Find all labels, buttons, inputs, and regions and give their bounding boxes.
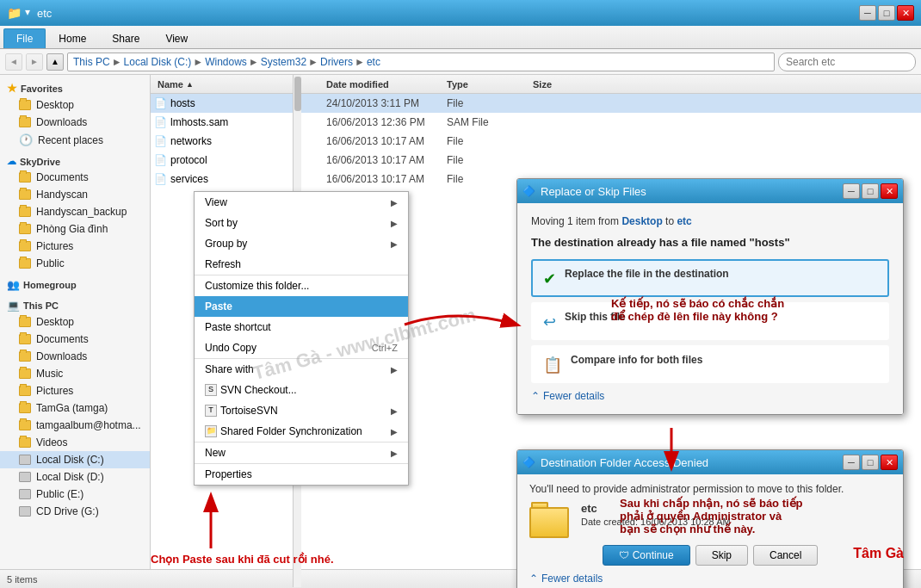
table-row[interactable]: 📄 networks 16/06/2013 10:17 AM File: [151, 132, 921, 151]
sidebar-item-recent[interactable]: 🕐 Recent places: [0, 131, 150, 149]
ctx-item-refresh[interactable]: Refresh: [195, 254, 408, 275]
close-button[interactable]: ✕: [897, 5, 914, 21]
path-system32[interactable]: System32: [261, 56, 306, 68]
cancel-button[interactable]: Cancel: [753, 545, 818, 566]
continue-button[interactable]: 🛡 Continue: [603, 545, 690, 566]
path-etc[interactable]: etc: [367, 56, 380, 68]
fewer-details-replace[interactable]: ⌃ Fewer details: [531, 390, 889, 402]
scrollbar-thumb[interactable]: [294, 77, 301, 111]
sidebar-item-phonggiadinh[interactable]: Phòng Gia đình: [0, 220, 150, 238]
tab-file[interactable]: File: [3, 28, 46, 48]
tab-share[interactable]: Share: [99, 28, 152, 48]
sidebar-item-tamga[interactable]: TamGa (tamga): [0, 399, 150, 417]
replace-minimize-button[interactable]: ─: [843, 183, 860, 199]
chevron-up-icon: ⌃: [529, 573, 538, 585]
sidebar-item-downloads[interactable]: Downloads: [0, 114, 150, 131]
folder-icon: [19, 100, 31, 110]
ctx-item-view[interactable]: View ▶: [195, 192, 408, 213]
sidebar-item-videos[interactable]: Videos: [0, 434, 150, 451]
sidebar-item-public[interactable]: Public: [0, 255, 150, 272]
ctx-item-groupby[interactable]: Group by ▶: [195, 233, 408, 254]
sidebar-item-pc-pictures[interactable]: Pictures: [0, 382, 150, 399]
file-icon: 📄: [154, 173, 167, 185]
favorites-section: ★ Favorites Desktop Downloads 🕐 Recent p…: [0, 78, 150, 149]
sidebar-item-pc-desktop[interactable]: Desktop: [0, 313, 150, 331]
fewer-details-denied[interactable]: ⌃ Fewer details: [529, 573, 891, 585]
tab-home[interactable]: Home: [46, 28, 99, 48]
folder-icon: [19, 241, 31, 251]
folder-icon: [19, 207, 31, 217]
file-icon: 📄: [154, 154, 167, 166]
replace-dialog-title: Replace or Skip Files: [541, 185, 646, 198]
denied-restore-button[interactable]: □: [862, 455, 879, 470]
back-button[interactable]: ◄: [5, 53, 22, 71]
ctx-item-sharedfolder[interactable]: 📁 Shared Folder Synchronization ▶: [195, 421, 408, 442]
arrow-icon: ▶: [391, 427, 398, 436]
replace-option-skip[interactable]: ↩ Skip this file: [531, 302, 889, 340]
ctx-item-share[interactable]: Share with ▶: [195, 358, 408, 380]
context-menu: View ▶ Sort by ▶ Group by ▶ Refresh Cust…: [194, 191, 409, 486]
sidebar-item-localdiskc[interactable]: Local Disk (C:): [0, 451, 150, 468]
disk-icon: [19, 455, 31, 465]
skydrive-header: ☁ SkyDrive: [0, 152, 150, 169]
ctx-item-tortoisesvn[interactable]: T TortoiseSVN ▶: [195, 400, 408, 421]
sidebar-item-localdiskd[interactable]: Local Disk (D:): [0, 468, 150, 486]
table-row[interactable]: 📄 lmhosts.sam 16/06/2013 12:36 PM SAM Fi…: [151, 113, 921, 132]
up-button[interactable]: ▲: [46, 53, 64, 71]
folder-big-icon: [529, 502, 571, 538]
sidebar-item-pc-downloads[interactable]: Downloads: [0, 348, 150, 365]
table-row[interactable]: 📄 protocol 16/06/2013 10:17 AM File: [151, 151, 921, 170]
chevron-up-icon: ⌃: [531, 390, 540, 402]
ctx-item-sortby[interactable]: Sort by ▶: [195, 213, 408, 233]
replace-option-compare[interactable]: 📋 Compare info for both files: [531, 345, 889, 383]
minimize-button[interactable]: ─: [859, 5, 876, 21]
replace-dialog-titlebar: 🔷 Replace or Skip Files ─ □ ✕: [517, 179, 903, 203]
checkmark-icon: ✔: [543, 269, 556, 288]
maximize-button[interactable]: □: [878, 5, 895, 21]
ctx-item-customize[interactable]: Customize this folder...: [195, 275, 408, 296]
forward-button[interactable]: ►: [26, 53, 43, 71]
ctx-item-paste[interactable]: Paste: [195, 296, 408, 317]
replace-close-button[interactable]: ✕: [881, 183, 898, 199]
path-drivers[interactable]: Drivers: [320, 56, 353, 68]
sidebar-item-pc-music[interactable]: Music: [0, 365, 150, 382]
sidebar-item-pc-documents[interactable]: Documents: [0, 331, 150, 348]
folder-icon: [19, 172, 31, 183]
sidebar-item-pictures[interactable]: Pictures: [0, 238, 150, 255]
arrow-icon: ▶: [391, 406, 398, 416]
folder-icon: [19, 368, 31, 379]
folder-icon: [19, 334, 31, 344]
ctx-item-paste-shortcut[interactable]: Paste shortcut: [195, 317, 408, 337]
sidebar-item-documents[interactable]: Documents: [0, 169, 150, 186]
denied-info: You'll need to provide administrator per…: [529, 483, 891, 495]
svn-icon: S: [205, 384, 217, 396]
sidebar-item-cddriveg[interactable]: CD Drive (G:): [0, 503, 150, 520]
sidebar-item-tamgaalbum[interactable]: tamgaalbum@hotma...: [0, 417, 150, 434]
replace-option-replace[interactable]: ✔ Replace the file in the destination: [531, 259, 889, 297]
skip-button[interactable]: Skip: [695, 545, 748, 566]
tab-view[interactable]: View: [152, 28, 201, 48]
sidebar-item-publice[interactable]: Public (E:): [0, 486, 150, 503]
ctx-item-new[interactable]: New ▶: [195, 442, 408, 463]
table-row[interactable]: 📄 hosts 24/10/2013 3:11 PM File: [151, 94, 921, 113]
denied-minimize-button[interactable]: ─: [843, 455, 860, 470]
denied-close-button[interactable]: ✕: [881, 455, 898, 470]
homegroup-icon: 👥: [7, 279, 20, 291]
denied-dialog-body: You'll need to provide administrator per…: [517, 474, 903, 588]
path-windows[interactable]: Windows: [205, 56, 247, 68]
replace-restore-button[interactable]: □: [862, 183, 879, 199]
folder-icon: [19, 224, 31, 234]
address-path[interactable]: This PC ► Local Disk (C:) ► Windows ► Sy…: [67, 53, 775, 71]
sidebar-item-handyscan[interactable]: Handyscan: [0, 186, 150, 203]
ctx-item-svn[interactable]: S SVN Checkout...: [195, 380, 408, 400]
denied-folder-details: etc Date created: 16/06/2013 10:28 AM: [581, 502, 731, 527]
sidebar-item-desktop[interactable]: Desktop: [0, 96, 150, 114]
file-icon: 📄: [154, 97, 167, 109]
ctx-item-properties[interactable]: Properties: [195, 463, 408, 485]
ctx-item-undo-copy[interactable]: Undo Copy Ctrl+Z: [195, 337, 408, 358]
sidebar-item-handyscan-backup[interactable]: Handyscan_backup: [0, 203, 150, 220]
shield-icon: 🛡: [619, 549, 629, 561]
path-thispc[interactable]: This PC: [73, 56, 110, 68]
search-input[interactable]: [778, 53, 916, 71]
path-localdisk[interactable]: Local Disk (C:): [124, 56, 192, 68]
